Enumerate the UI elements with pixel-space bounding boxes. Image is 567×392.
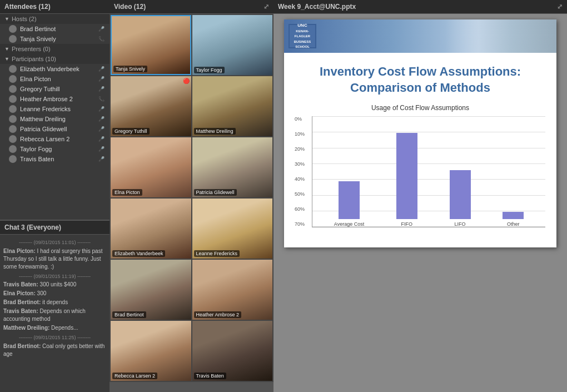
bar-label: Average Cost <box>334 221 364 227</box>
attendee-brad-bertinot[interactable]: Brad Bertinot 🎤 <box>0 24 110 34</box>
attendee-name: Gregory Tuthill <box>20 86 94 92</box>
video-label-heather: Heather Ambrose 2 <box>194 311 242 318</box>
building-image <box>445 19 556 53</box>
video-label-rebecca: Rebecca Larsen 2 <box>112 373 157 379</box>
bar <box>396 133 417 219</box>
mic-icon: 🎤 <box>97 85 105 93</box>
mic-icon: 🎤 <box>97 135 105 143</box>
video-cell-heather[interactable]: Heather Ambrose 2 <box>192 260 273 320</box>
attendee-patricia-glidewell[interactable]: Patricia Glidewell 🎤 <box>0 124 110 134</box>
video-label-brad: Brad Bertinot <box>112 311 146 318</box>
attendees-list: ▼ Hosts (2) Brad Bertinot 🎤 Tanja Snivel… <box>0 14 110 220</box>
attendee-elna-picton[interactable]: Elna Picton 🎤 <box>0 74 110 84</box>
attendee-leanne-fredericks[interactable]: Leanne Fredericks 🎤 <box>0 104 110 114</box>
chat-sender: Travis Baten: <box>3 281 38 287</box>
avatar <box>9 85 17 93</box>
chat-sender: Travis Baten: <box>3 308 38 314</box>
video-cell-travis[interactable]: Travis Baten <box>192 321 273 381</box>
y-label: 50% <box>295 191 305 197</box>
video-cell-gregory[interactable]: 🔴 Gregory Tuthill <box>111 76 191 136</box>
video-cell-tanja[interactable]: Tanja Snively <box>111 15 191 75</box>
presenters-section[interactable]: ▼ Presenters (0) <box>0 44 110 54</box>
video-grid: Tanja Snively Taylor Fogg 🔴 Gregory Tuth… <box>110 14 273 382</box>
avatar <box>9 35 17 43</box>
bar <box>503 212 524 219</box>
video-cell-elizabeth[interactable]: Elizabeth Vanderbeek <box>111 199 191 259</box>
attendee-elizabeth-vanderbeek[interactable]: Elizabeth Vanderbeek 🎤 <box>0 64 110 74</box>
slide-title-bar: Week 9_Acct@UNC.pptx <box>278 3 356 11</box>
participants-section[interactable]: ▼ Participants (10) <box>0 54 110 64</box>
attendee-name: Patricia Glidewell <box>20 126 94 132</box>
attendees-title: Attendees (12) <box>4 3 51 11</box>
right-panel: Week 9_Acct@UNC.pptx ⤢ UNCKENAN-FLAGLERB… <box>273 0 567 392</box>
video-label-elna: Elna Picton <box>112 189 142 196</box>
avatar <box>9 115 17 123</box>
avatar <box>9 25 17 33</box>
video-cell-elna[interactable]: Elna Picton <box>111 137 191 197</box>
video-cell-matthew[interactable]: Matthew Dreiling <box>192 76 273 136</box>
bar-group: LIFO <box>450 170 471 227</box>
bar-chart: 70% 60% 50% 40% 30% 20% 10% 0% <box>312 116 545 227</box>
mic-icon: 🎤 <box>97 25 105 33</box>
avatar <box>9 65 17 73</box>
video-cell-rebecca[interactable]: Rebecca Larsen 2 <box>111 321 191 381</box>
slide-main-title: Inventory Cost Flow Assumptions:Comparis… <box>284 53 556 101</box>
attendee-name: Tanja Snively <box>20 36 94 42</box>
avatar <box>9 125 17 133</box>
chat-messages[interactable]: -------- (09/01/2015 11:01) -------- Eln… <box>0 235 110 392</box>
bar-label: LIFO <box>455 221 466 227</box>
video-cell-leanne[interactable]: Leanne Fredericks <box>192 199 273 259</box>
phone-icon: 📞 <box>97 95 105 103</box>
presenters-label: Presenters (0) <box>12 46 51 52</box>
mic-icon: 🎤 <box>97 145 105 153</box>
y-label: 10% <box>295 131 305 137</box>
bars-container: Average CostFIFOLIFOOther <box>312 116 545 227</box>
video-cell-brad[interactable]: Brad Bertinot <box>111 260 191 320</box>
chart-area: Usage of Cost Flow Assumptions 70% 60% 5… <box>284 101 556 233</box>
avatar <box>9 95 17 103</box>
attendee-tanja-snively[interactable]: Tanja Snively 📞 <box>0 34 110 44</box>
chart-section-label: Usage of Cost Flow Assumptions <box>295 104 545 112</box>
slide-title-line1: Inventory Cost Flow Assumptions: <box>320 64 521 78</box>
attendee-taylor-fogg[interactable]: Taylor Fogg 🎤 <box>0 144 110 154</box>
attendee-heather-ambrose[interactable]: Heather Ambrose 2 📞 <box>0 94 110 104</box>
video-cell-taylor[interactable]: Taylor Fogg <box>192 15 273 75</box>
attendee-name: Rebecca Larsen 2 <box>20 136 94 142</box>
chat-sender: Brad Bertinot: <box>3 343 41 349</box>
chat-message: Elna Picton: 300 <box>3 290 106 297</box>
hosts-section[interactable]: ▼ Hosts (2) <box>0 14 110 24</box>
chat-message: Brad Bertinot: Coal only gets better wit… <box>3 343 106 358</box>
attendee-name: Elizabeth Vanderbeek <box>20 66 94 72</box>
video-label-gregory: Gregory Tuthill <box>112 128 150 135</box>
presenters-arrow: ▼ <box>4 46 9 52</box>
bar-label: Other <box>507 221 520 227</box>
avatar <box>9 155 17 163</box>
chat-message: Brad Bertinot: it depends <box>3 299 106 306</box>
expand-slide-icon[interactable]: ⤢ <box>557 3 563 11</box>
y-label: 60% <box>295 206 305 212</box>
bar <box>450 170 471 219</box>
y-axis-labels: 70% 60% 50% 40% 30% 20% 10% 0% <box>295 116 305 227</box>
attendee-name: Heather Ambrose 2 <box>20 96 94 102</box>
unc-logo: UNCKENAN-FLAGLERBUSINESS SCHOOL <box>289 24 316 48</box>
slide-banner: UNCKENAN-FLAGLERBUSINESS SCHOOL <box>284 19 556 53</box>
chat-header: Chat 3 (Everyone) <box>0 221 110 235</box>
avatar <box>9 135 17 143</box>
avatar <box>9 105 17 113</box>
attendee-travis-baten[interactable]: Travis Baten 🎤 <box>0 154 110 164</box>
attendee-rebecca-larsen[interactable]: Rebecca Larsen 2 🎤 <box>0 134 110 144</box>
y-label: 0% <box>295 116 305 122</box>
bar-label: FIFO <box>401 221 413 227</box>
bar-group: Average Cost <box>334 181 364 227</box>
chat-timestamp: -------- (09/01/2015 11:25) -------- <box>3 334 106 341</box>
center-panel: Video (12) ⤢ Tanja Snively Taylor Fogg 🔴… <box>110 0 273 392</box>
hosts-arrow: ▼ <box>4 16 9 22</box>
bar-group: Other <box>503 212 524 227</box>
attendee-matthew-dreiling[interactable]: Matthew Dreiling 🎤 <box>0 114 110 124</box>
video-cell-patricia[interactable]: Patricia Glidewell <box>192 137 273 197</box>
expand-icon[interactable]: ⤢ <box>263 3 269 11</box>
video-label-matthew: Matthew Dreiling <box>194 128 236 135</box>
attendee-gregory-tuthill[interactable]: Gregory Tuthill 🎤 <box>0 84 110 94</box>
video-count: (12) <box>134 3 146 11</box>
mic-icon: 🎤 <box>97 155 105 163</box>
